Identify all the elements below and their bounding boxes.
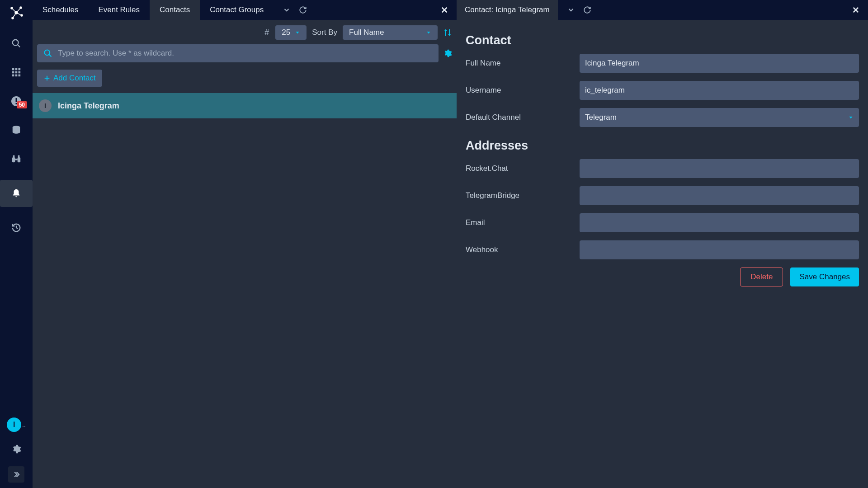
- search-icon[interactable]: [8, 35, 24, 52]
- svg-point-9: [13, 40, 19, 46]
- contacts-panel: Schedules Event Rules Contacts Contact G…: [33, 0, 457, 488]
- chevron-down-icon: [848, 115, 854, 120]
- bell-icon[interactable]: [0, 180, 33, 207]
- svg-rect-24: [12, 157, 15, 162]
- detail-title: Contact: Icinga Telegram: [457, 0, 558, 20]
- rocketchat-label: Rocket.Chat: [466, 164, 580, 173]
- full-name-field[interactable]: [580, 54, 859, 73]
- svg-rect-16: [19, 71, 21, 74]
- grid-icon[interactable]: [8, 64, 24, 80]
- search-bar: [33, 42, 457, 67]
- email-field[interactable]: [580, 213, 859, 232]
- refresh-icon[interactable]: [299, 6, 307, 14]
- detail-panel: Contact: Icinga Telegram Contact Full Na…: [457, 0, 868, 488]
- svg-rect-18: [15, 75, 18, 77]
- default-channel-label: Default Channel: [466, 113, 580, 122]
- telegrambridge-field[interactable]: [580, 186, 859, 205]
- svg-rect-17: [12, 75, 14, 77]
- svg-rect-26: [15, 159, 18, 160]
- full-name-label: Full Name: [466, 59, 580, 68]
- tab-schedules[interactable]: Schedules: [33, 0, 88, 20]
- webhook-label: Webhook: [466, 245, 580, 254]
- sidebar: 50 I ..: [0, 0, 33, 488]
- svg-marker-32: [427, 32, 430, 34]
- plus-icon: [43, 75, 51, 82]
- telegrambridge-label: TelegramBridge: [466, 191, 580, 200]
- tab-contact-groups[interactable]: Contact Groups: [200, 0, 274, 20]
- save-button[interactable]: Save Changes: [790, 267, 859, 286]
- chevron-down-icon[interactable]: [567, 6, 575, 14]
- svg-rect-25: [18, 157, 20, 162]
- filter-bar: # 25 Sort By Full Name: [33, 20, 457, 42]
- contact-name: Icinga Telegram: [58, 101, 119, 111]
- chevron-down-icon: [295, 30, 300, 35]
- binoculars-icon[interactable]: [8, 151, 24, 167]
- tab-event-rules[interactable]: Event Rules: [88, 0, 150, 20]
- chevron-down-icon: [426, 30, 431, 35]
- alert-icon[interactable]: 50: [8, 93, 24, 109]
- section-title-addresses: Addresses: [466, 139, 859, 153]
- close-icon[interactable]: [852, 6, 868, 14]
- page-size-symbol: #: [264, 28, 269, 38]
- username-field[interactable]: [580, 81, 859, 100]
- svg-rect-11: [12, 68, 14, 70]
- history-icon[interactable]: [8, 220, 24, 236]
- add-contact-label: Add Contact: [53, 74, 96, 83]
- svg-line-34: [49, 55, 52, 57]
- section-title-contact: Contact: [466, 33, 859, 47]
- close-icon[interactable]: [440, 6, 457, 14]
- svg-rect-14: [12, 71, 14, 74]
- email-label: Email: [466, 218, 580, 227]
- svg-line-6: [16, 8, 21, 13]
- svg-rect-12: [15, 68, 18, 70]
- sort-by-label: Sort By: [312, 28, 337, 37]
- svg-rect-19: [19, 75, 21, 77]
- detail-header: Contact: Icinga Telegram: [457, 0, 868, 20]
- svg-rect-27: [13, 155, 15, 158]
- svg-line-10: [18, 45, 20, 47]
- sort-direction-button[interactable]: [443, 28, 452, 37]
- add-contact-button[interactable]: Add Contact: [37, 70, 102, 87]
- username-label: Username: [466, 86, 580, 95]
- svg-rect-28: [18, 155, 20, 158]
- contact-avatar: I: [39, 99, 52, 112]
- tabs-header: Schedules Event Rules Contacts Contact G…: [33, 0, 457, 20]
- expand-sidebar-button[interactable]: [8, 466, 24, 483]
- contact-list: I Icinga Telegram: [33, 93, 457, 488]
- svg-marker-39: [849, 117, 853, 119]
- svg-line-5: [12, 8, 16, 13]
- contact-row[interactable]: I Icinga Telegram: [33, 93, 457, 118]
- logo-icon[interactable]: [7, 4, 25, 22]
- filter-gear-icon[interactable]: [443, 49, 452, 58]
- gear-icon[interactable]: [8, 441, 24, 457]
- delete-button[interactable]: Delete: [740, 267, 783, 286]
- webhook-field[interactable]: [580, 240, 859, 259]
- search-box[interactable]: [37, 44, 439, 62]
- svg-line-8: [13, 13, 16, 18]
- sort-field-select[interactable]: Full Name: [343, 25, 438, 40]
- search-input[interactable]: [58, 49, 432, 58]
- svg-rect-13: [19, 68, 21, 70]
- search-icon: [43, 49, 52, 58]
- page-size-select[interactable]: 25: [275, 25, 307, 40]
- svg-rect-15: [15, 71, 18, 74]
- svg-point-33: [45, 50, 50, 56]
- svg-marker-31: [296, 32, 299, 34]
- refresh-icon[interactable]: [583, 6, 591, 14]
- user-menu[interactable]: I ..: [7, 418, 26, 432]
- avatar: I: [7, 418, 21, 432]
- chevron-down-icon[interactable]: [283, 6, 291, 14]
- alert-badge: 50: [17, 101, 27, 108]
- database-icon[interactable]: [8, 122, 24, 138]
- default-channel-select[interactable]: Telegram: [580, 108, 859, 127]
- rocketchat-field[interactable]: [580, 159, 859, 178]
- tab-contacts[interactable]: Contacts: [150, 0, 200, 20]
